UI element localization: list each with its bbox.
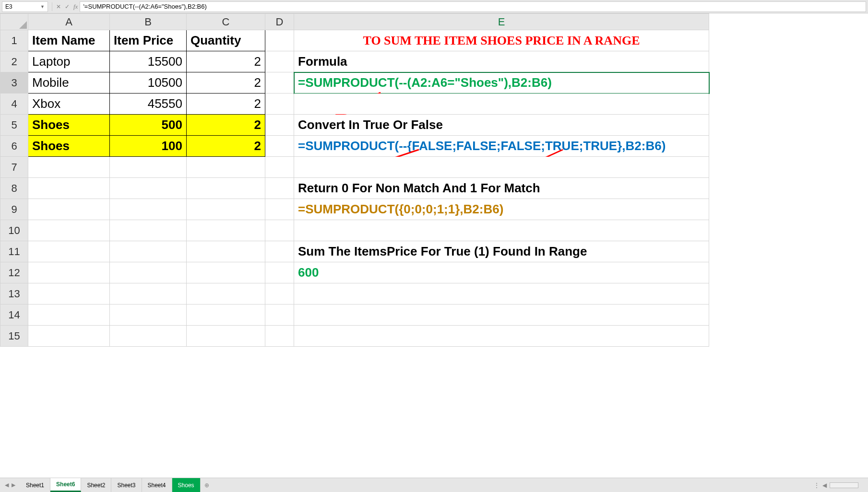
row-header-10[interactable]: 10 (0, 220, 28, 241)
row-header-6[interactable]: 6 (0, 136, 28, 157)
cell-D3[interactable] (265, 72, 294, 94)
cell-A1[interactable]: Item Name (28, 30, 110, 51)
cell-B9[interactable] (110, 199, 187, 220)
cell-D12[interactable] (265, 262, 294, 283)
cell-B2[interactable]: 15500 (110, 51, 187, 72)
cell-D6[interactable] (265, 136, 294, 157)
cell-E12[interactable]: 600 (294, 262, 709, 283)
cell-A11[interactable] (28, 241, 110, 262)
col-header-A[interactable]: A (28, 14, 110, 30)
cell-E7[interactable] (294, 157, 709, 178)
cell-A15[interactable] (28, 326, 110, 347)
cell-C11[interactable] (187, 241, 265, 262)
row-header-8[interactable]: 8 (0, 178, 28, 199)
cell-D1[interactable] (265, 30, 294, 51)
col-header-C[interactable]: C (187, 14, 265, 30)
cell-C5[interactable]: 2 (187, 115, 265, 136)
select-all-corner[interactable] (0, 14, 28, 30)
cell-C2[interactable]: 2 (187, 51, 265, 72)
cell-C8[interactable] (187, 178, 265, 199)
cell-B14[interactable] (110, 305, 187, 326)
cell-C10[interactable] (187, 220, 265, 241)
cell-E6[interactable]: =SUMPRODUCT(--{FALSE;FALSE;FALSE;TRUE;TR… (294, 136, 709, 157)
col-header-B[interactable]: B (110, 14, 187, 30)
cell-B7[interactable] (110, 157, 187, 178)
cell-E11[interactable]: Sum The ItemsPrice For True (1) Found In… (294, 241, 709, 262)
cell-C7[interactable] (187, 157, 265, 178)
row-header-9[interactable]: 9 (0, 199, 28, 220)
cell-A14[interactable] (28, 305, 110, 326)
cell-B4[interactable]: 45550 (110, 94, 187, 115)
cell-E5[interactable]: Convert In True Or False (294, 115, 709, 136)
cell-C15[interactable] (187, 326, 265, 347)
cell-C12[interactable] (187, 262, 265, 283)
cell-C9[interactable] (187, 199, 265, 220)
spreadsheet-grid[interactable]: A B C D E 1 Item Name Item Price Quantit… (0, 13, 868, 478)
cell-E15[interactable] (294, 326, 709, 347)
cell-D10[interactable] (265, 220, 294, 241)
cell-B3[interactable]: 10500 (110, 72, 187, 94)
cell-D4[interactable] (265, 94, 294, 115)
row-header-12[interactable]: 12 (0, 262, 28, 283)
cell-C1[interactable]: Quantity (187, 30, 265, 51)
cell-A9[interactable] (28, 199, 110, 220)
row-header-14[interactable]: 14 (0, 305, 28, 326)
name-box-dropdown-icon[interactable]: ▼ (40, 4, 45, 9)
row-header-7[interactable]: 7 (0, 157, 28, 178)
cell-A7[interactable] (28, 157, 110, 178)
cell-D5[interactable] (265, 115, 294, 136)
cell-B11[interactable] (110, 241, 187, 262)
cell-C13[interactable] (187, 283, 265, 305)
cell-A4[interactable]: Xbox (28, 94, 110, 115)
cell-D15[interactable] (265, 326, 294, 347)
row-header-13[interactable]: 13 (0, 283, 28, 305)
cell-D14[interactable] (265, 305, 294, 326)
cell-B5[interactable]: 500 (110, 115, 187, 136)
formula-input[interactable]: '=SUMPRODUCT(--(A2:A6="Shoes"),B2:B6) (80, 1, 866, 12)
cell-A8[interactable] (28, 178, 110, 199)
cell-B15[interactable] (110, 326, 187, 347)
cell-B12[interactable] (110, 262, 187, 283)
cell-A5[interactable]: Shoes (28, 115, 110, 136)
cell-E10[interactable] (294, 220, 709, 241)
cell-B13[interactable] (110, 283, 187, 305)
cell-E8[interactable]: Return 0 For Non Match And 1 For Match (294, 178, 709, 199)
cell-E13[interactable] (294, 283, 709, 305)
row-header-2[interactable]: 2 (0, 51, 28, 72)
cell-A13[interactable] (28, 283, 110, 305)
cell-D8[interactable] (265, 178, 294, 199)
cell-B1[interactable]: Item Price (110, 30, 187, 51)
cell-C4[interactable]: 2 (187, 94, 265, 115)
cell-B10[interactable] (110, 220, 187, 241)
row-header-1[interactable]: 1 (0, 30, 28, 51)
row-header-3[interactable]: 3 (0, 72, 28, 94)
cell-C14[interactable] (187, 305, 265, 326)
cell-E9[interactable]: =SUMPRODUCT({0;0;0;1;1},B2:B6) (294, 199, 709, 220)
cancel-icon[interactable]: ✕ (56, 3, 61, 10)
row-header-4[interactable]: 4 (0, 94, 28, 115)
cell-C3[interactable]: 2 (187, 72, 265, 94)
cell-E14[interactable] (294, 305, 709, 326)
cell-B8[interactable] (110, 178, 187, 199)
cell-D7[interactable] (265, 157, 294, 178)
col-header-E[interactable]: E (294, 14, 709, 30)
cell-D11[interactable] (265, 241, 294, 262)
cell-D2[interactable] (265, 51, 294, 72)
cell-E1[interactable]: TO SUM THE ITEM SHOES PRICE IN A RANGE (294, 30, 709, 51)
cell-C6[interactable]: 2 (187, 136, 265, 157)
accept-icon[interactable]: ✓ (65, 3, 70, 10)
row-header-5[interactable]: 5 (0, 115, 28, 136)
cell-A12[interactable] (28, 262, 110, 283)
cell-E4[interactable] (294, 94, 709, 115)
cell-D13[interactable] (265, 283, 294, 305)
cell-A6[interactable]: Shoes (28, 136, 110, 157)
name-box[interactable]: E3 ▼ (2, 1, 48, 12)
cell-E2[interactable]: Formula (294, 51, 709, 72)
col-header-D[interactable]: D (265, 14, 294, 30)
fx-icon[interactable]: fx (73, 3, 78, 11)
cell-A2[interactable]: Laptop (28, 51, 110, 72)
cell-A3[interactable]: Mobile (28, 72, 110, 94)
row-header-15[interactable]: 15 (0, 326, 28, 347)
cell-E3[interactable]: =SUMPRODUCT(--(A2:A6="Shoes"),B2:B6) (294, 72, 709, 94)
cell-D9[interactable] (265, 199, 294, 220)
